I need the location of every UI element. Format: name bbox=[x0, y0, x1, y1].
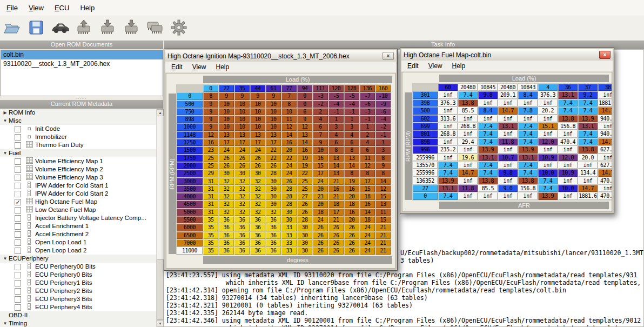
tree-item-immobilizer[interactable]: Immobilizer bbox=[0, 133, 163, 141]
table-cell[interactable]: 32 bbox=[266, 209, 281, 216]
table-cell[interactable]: 13.9 bbox=[578, 115, 598, 122]
menu-view[interactable]: View bbox=[23, 2, 49, 14]
table-cell[interactable]: 376.3 bbox=[538, 91, 558, 98]
table-cell[interactable]: 19 bbox=[344, 178, 359, 185]
table-cell[interactable]: 26 bbox=[344, 239, 359, 246]
table-cell[interactable]: 36 bbox=[219, 232, 234, 239]
table-cell[interactable]: 8 bbox=[375, 155, 391, 162]
table-cell[interactable]: 7.4 bbox=[578, 99, 598, 106]
rom-document-item[interactable]: 93110020__stock_1.3_MT_2006.hex bbox=[1, 59, 163, 69]
col-header-cell[interactable]: 35 bbox=[234, 85, 250, 92]
col-header-cell[interactable]: 111 bbox=[313, 85, 328, 92]
open-rom-button[interactable] bbox=[3, 18, 22, 38]
table-cell[interactable]: 7.4 bbox=[518, 138, 538, 145]
table-cell[interactable]: 7.4 bbox=[478, 123, 498, 130]
row-header-cell[interactable]: 255996 bbox=[413, 154, 438, 161]
table-cell[interactable]: 26 bbox=[328, 239, 344, 246]
table-cell[interactable]: 9 bbox=[203, 116, 218, 123]
table-cell[interactable]: 9.8 bbox=[498, 169, 518, 176]
table-cell[interactable]: 470.4 bbox=[598, 177, 612, 184]
table-cell[interactable]: -3 bbox=[360, 108, 375, 115]
row-header-cell[interactable]: 135570 bbox=[413, 162, 438, 169]
tree-item-volume-efficiency-map-2[interactable]: Volume Efficiency Map 2 bbox=[0, 165, 163, 173]
row-header-cell[interactable]: 0 bbox=[177, 92, 203, 99]
table-cell[interactable]: 36 bbox=[266, 216, 281, 223]
table-cell[interactable]: 25 bbox=[297, 178, 312, 185]
table-cell[interactable]: 30 bbox=[281, 209, 297, 216]
table-cell[interactable]: 26 bbox=[297, 201, 312, 208]
table-cell[interactable]: 26 bbox=[234, 155, 250, 162]
table-cell[interactable]: 9.0 bbox=[498, 185, 518, 192]
table-cell[interactable]: 32 bbox=[234, 193, 250, 200]
col-header-cell[interactable]: 44 bbox=[250, 85, 265, 92]
table-cell[interactable]: inf bbox=[558, 162, 578, 169]
table-cell[interactable]: 14.7 bbox=[598, 138, 612, 145]
table-cell[interactable]: 28 bbox=[266, 170, 281, 177]
table-cell[interactable]: 32 bbox=[250, 185, 265, 192]
table-cell[interactable]: 7.4 bbox=[438, 192, 458, 199]
checkbox[interactable] bbox=[15, 215, 21, 222]
row-header-cell[interactable]: 4000 bbox=[177, 193, 203, 200]
table-cell[interactable]: 268.8 bbox=[458, 123, 478, 130]
table-cell[interactable]: 6 bbox=[313, 123, 328, 130]
table-cell[interactable]: -2 bbox=[313, 101, 328, 108]
table-cell[interactable]: 9 bbox=[313, 139, 328, 146]
table-cell[interactable]: 30 bbox=[297, 239, 312, 246]
tree-group-timing[interactable]: ▼Timing bbox=[0, 319, 163, 327]
table-cell[interactable]: 26 bbox=[219, 155, 234, 162]
table-cell[interactable]: 20 bbox=[344, 216, 359, 223]
table-cell[interactable]: 13.1 bbox=[438, 185, 458, 192]
table-cell[interactable]: 21 bbox=[375, 247, 391, 254]
table-cell[interactable]: inf bbox=[538, 146, 558, 153]
table-cell[interactable]: 7 bbox=[281, 92, 297, 99]
table-cell[interactable]: 9 bbox=[375, 162, 391, 169]
table-cell[interactable]: 10.9 bbox=[558, 169, 578, 176]
col-header-cell[interactable]: 77 bbox=[281, 85, 297, 92]
row-header-cell[interactable]: 801 bbox=[413, 130, 438, 137]
row-header-cell[interactable]: 6000 bbox=[177, 224, 203, 231]
table-cell[interactable]: 14 bbox=[360, 209, 375, 216]
table-cell[interactable]: 8.4 bbox=[478, 107, 498, 114]
table-cell[interactable]: 33 bbox=[281, 232, 297, 239]
table-cell[interactable]: inf bbox=[558, 192, 578, 199]
table-cell[interactable]: 36 bbox=[219, 224, 234, 231]
table-cell[interactable]: 32 bbox=[234, 209, 250, 216]
table-cell[interactable]: 25 bbox=[297, 185, 312, 192]
table-cell[interactable]: -4 bbox=[375, 116, 391, 123]
table-cell[interactable]: 13 bbox=[234, 131, 250, 138]
table-cell[interactable]: inf bbox=[498, 115, 518, 122]
table-cell[interactable]: 470.4 bbox=[558, 138, 578, 145]
table-cell[interactable]: 20.0 bbox=[578, 154, 598, 161]
table-cell[interactable]: 8 bbox=[203, 92, 218, 99]
col-header-cell[interactable]: 20480 bbox=[458, 84, 478, 91]
table-cell[interactable]: 20 bbox=[344, 193, 359, 200]
table-cell[interactable]: inf bbox=[518, 99, 538, 106]
table-cell[interactable]: 9 bbox=[203, 108, 218, 115]
table-cell[interactable]: 14 bbox=[375, 178, 391, 185]
checkbox[interactable] bbox=[15, 231, 21, 238]
checkbox[interactable] bbox=[15, 191, 21, 197]
table-cell[interactable]: 12 bbox=[360, 162, 375, 169]
table-cell[interactable]: 32 bbox=[219, 201, 234, 208]
row-header-cell[interactable]: 699 bbox=[413, 123, 438, 130]
table-cell[interactable]: inf bbox=[458, 162, 478, 169]
table-cell[interactable]: 36 bbox=[250, 224, 265, 231]
table-cell[interactable]: 18 bbox=[313, 209, 328, 216]
table-cell[interactable]: 16 bbox=[328, 185, 344, 192]
col-header-cell[interactable]: 37 bbox=[578, 84, 598, 91]
col-header-cell[interactable]: 160 bbox=[375, 85, 391, 92]
table-cell[interactable]: 30 bbox=[281, 216, 297, 223]
table-cell[interactable]: 26 bbox=[328, 247, 344, 254]
table-cell[interactable]: 2 bbox=[360, 131, 375, 138]
write-to-ecu-button[interactable] bbox=[98, 18, 117, 38]
table-cell[interactable]: 26 bbox=[297, 209, 312, 216]
table-cell[interactable]: -4 bbox=[344, 101, 359, 108]
table-cell[interactable]: 30 bbox=[266, 201, 281, 208]
scrollbar-down-icon[interactable]: ▼ bbox=[157, 320, 164, 327]
table-cell[interactable]: inf bbox=[458, 115, 478, 122]
row-header-cell[interactable]: 0 bbox=[413, 192, 438, 199]
table-cell[interactable]: 9 bbox=[203, 123, 218, 130]
table-cell[interactable]: 8 bbox=[281, 101, 297, 108]
table-cell[interactable]: 7.4 bbox=[578, 138, 598, 145]
table-cell[interactable]: 12.0 bbox=[538, 138, 558, 145]
